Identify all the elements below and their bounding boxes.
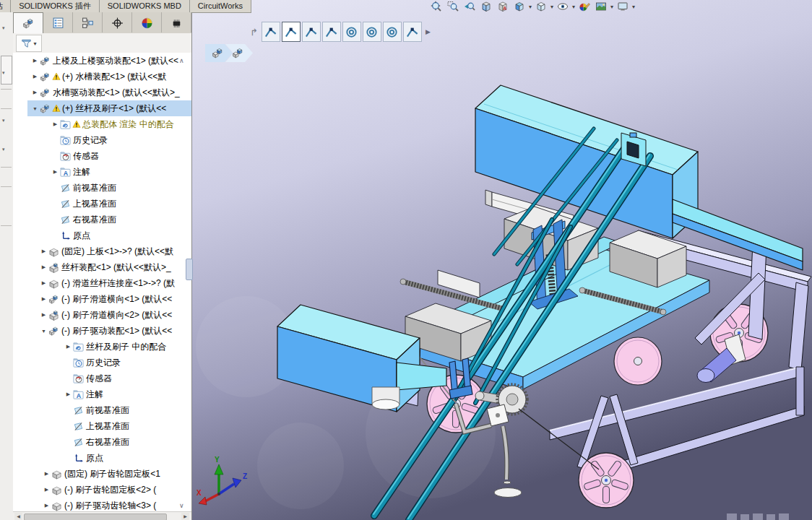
panel-tab-featuremanager[interactable] <box>13 12 43 34</box>
tree-row[interactable]: ▶(固定) 上板<1>->? (默认<<默 <box>13 243 191 259</box>
view-annotations-button[interactable] <box>496 1 510 13</box>
strip-caret[interactable]: ▾ <box>2 70 5 76</box>
tree-row[interactable]: 右视基准面 <box>13 434 191 450</box>
tree-row[interactable]: ▶(-) 刷子驱动齿轮轴<3> ( <box>13 498 191 512</box>
menu-tab-clipped[interactable]: 估 <box>0 0 11 12</box>
expand-arrow[interactable]: ▶ <box>30 74 40 79</box>
menu-tab-solidworks-mbd[interactable]: SOLIDWORKS MBD <box>100 0 190 12</box>
zoom-to-area-button[interactable] <box>446 1 460 13</box>
dropdown-caret[interactable]: ▾ <box>529 4 532 10</box>
tree-row[interactable]: ▶注解 <box>13 164 191 180</box>
hide-show-items-button[interactable] <box>556 1 570 13</box>
expand-arrow[interactable]: ▶ <box>39 296 48 302</box>
scroll-down-icon[interactable]: ∨ <box>179 502 184 509</box>
tree-row[interactable]: ▶丝杆及刷子 中的配合 <box>13 339 191 355</box>
panel-tab-displaymanager[interactable] <box>132 12 162 32</box>
panel-tab-propertymanager[interactable] <box>43 12 73 32</box>
tree-row[interactable]: ▶(+) 水槽装配<1> (默认<<默 <box>13 69 191 84</box>
edit-appearance-button[interactable] <box>577 1 592 13</box>
tree-row[interactable]: ▶(-) 刷子滑道横向<2> (默认<< <box>13 307 191 323</box>
concentric-mate-button[interactable] <box>342 22 361 42</box>
concentric-mate-button[interactable] <box>363 22 381 42</box>
scroll-right-icon[interactable]: ▶ <box>181 513 189 520</box>
coincident-mate-button[interactable] <box>282 22 301 42</box>
zoom-to-fit-button[interactable] <box>429 1 444 13</box>
filter-button[interactable]: ▾ <box>16 35 42 52</box>
expand-arrow[interactable]: ▶ <box>42 487 51 493</box>
expand-arrow[interactable]: ▶ <box>42 471 51 477</box>
tree-row-label: 丝杆装配<1> (默认<<默认>_ <box>61 261 171 274</box>
tree-row[interactable]: ▶注解 <box>13 386 191 402</box>
tree-row[interactable]: ▶上楼及上楼驱动装配<1> (默认<< <box>13 53 191 69</box>
tree-row[interactable]: ▼(+) 丝杆及刷子<1> (默认<< <box>13 100 191 116</box>
origin-icon <box>60 230 71 241</box>
view-settings-button[interactable] <box>616 1 630 13</box>
tree-row[interactable]: 原点 <box>13 450 191 466</box>
tree-row[interactable]: ▼(-) 刷子驱动装配<1> (默认<< <box>13 323 191 339</box>
tree-row[interactable]: ▶(-) 刷子滑道横向<1> (默认<< <box>13 291 191 307</box>
concentric-mate-button[interactable] <box>383 22 402 42</box>
tree-row[interactable]: 传感器 <box>13 370 191 386</box>
tree-row[interactable]: 传感器 <box>13 148 191 164</box>
expand-arrow[interactable]: ▶ <box>42 503 51 508</box>
tree-row[interactable]: ▶水槽驱动装配<1> (默认<<默认>_ <box>13 84 191 100</box>
tree-row[interactable]: 前视基准面 <box>13 180 191 196</box>
expand-arrow[interactable]: ▶ <box>51 169 60 175</box>
tree-row[interactable]: ▶(固定) 刷子齿轮固定板<1 <box>13 466 191 482</box>
jump-back-icon[interactable]: ↱ <box>250 27 258 38</box>
expand-arrow[interactable]: ▼ <box>30 106 40 111</box>
tree-row[interactable]: 历史记录 <box>13 132 191 148</box>
expand-arrow[interactable]: ▶ <box>64 391 73 397</box>
tree-row-label: (固定) 上板<1>->? (默认<<默 <box>61 246 173 258</box>
coincident-mate-button[interactable] <box>302 22 321 42</box>
graphics-area[interactable]: X Y Z ▾▾▾▾▾ ↱ ▶ <box>191 0 812 520</box>
horizontal-scrollbar[interactable]: ◀ ▶ <box>13 511 191 520</box>
expand-arrow[interactable]: ▼ <box>39 329 48 334</box>
concentric-mate-icon <box>345 25 358 39</box>
scroll-left-icon[interactable]: ◀ <box>14 513 22 520</box>
expand-arrow[interactable]: ▶ <box>30 58 40 64</box>
dropdown-caret[interactable]: ▾ <box>550 4 553 10</box>
menu-tab-solidworks-addins[interactable]: SOLIDWORKS 插件 <box>11 0 100 12</box>
coincident-mate-button[interactable] <box>262 22 280 42</box>
expand-arrow[interactable]: ▶ <box>64 344 73 350</box>
strip-caret[interactable]: ▾ <box>2 147 5 152</box>
menu-tab-circuitworks[interactable]: CircuitWorks <box>190 0 251 12</box>
tree-row[interactable]: 上视基准面 <box>13 196 191 212</box>
dropdown-caret[interactable]: ▾ <box>632 4 635 10</box>
expand-arrow[interactable]: ▶ <box>30 90 40 95</box>
expand-arrow[interactable]: ▶ <box>39 264 48 270</box>
apply-scene-button[interactable] <box>594 1 608 13</box>
tree-row[interactable]: ▶(-) 滑道丝杆连接座<1>->? (默 <box>13 275 191 291</box>
dropdown-caret[interactable]: ▾ <box>572 4 575 10</box>
toolbar-expand-icon[interactable]: ▶ <box>426 28 431 35</box>
tree-row[interactable]: 前视基准面 <box>13 402 191 418</box>
history-icon <box>73 358 84 368</box>
coincident-mate-button[interactable] <box>322 22 341 42</box>
tree-row[interactable]: ▶总装配体 渲染 中的配合 <box>13 116 191 132</box>
panel-splitter-handle[interactable] <box>186 259 193 280</box>
panel-tab-dimxpertmanager[interactable] <box>103 12 132 32</box>
section-view-button[interactable] <box>479 1 493 13</box>
expand-arrow[interactable]: ▶ <box>39 280 48 286</box>
view-orientation-button[interactable] <box>512 1 527 13</box>
display-style-button[interactable] <box>534 1 548 13</box>
panel-tab-configurationmanager[interactable] <box>73 12 103 32</box>
strip-caret[interactable]: ▾ <box>2 118 5 124</box>
tree-row[interactable]: ▶(-) 刷子齿轮固定板<2> ( <box>13 482 191 498</box>
tree-row[interactable]: 原点 <box>13 228 191 243</box>
scrollbar-thumb[interactable] <box>24 514 167 520</box>
expand-arrow[interactable]: ▶ <box>39 248 48 254</box>
tree-row[interactable]: 历史记录 <box>13 355 191 370</box>
tree-row[interactable]: ▶丝杆装配<1> (默认<<默认>_ <box>13 259 191 275</box>
dropdown-caret[interactable]: ▾ <box>610 4 613 10</box>
tree-row[interactable]: 右视基准面 <box>13 212 191 228</box>
panel-tab-circuitworks[interactable] <box>162 12 191 32</box>
strip-caret[interactable]: ▾ <box>2 25 5 31</box>
tree-row[interactable]: 上视基准面 <box>13 418 191 434</box>
previous-view-button[interactable] <box>462 1 477 13</box>
coincident-mate-button[interactable] <box>403 22 422 42</box>
scroll-up-icon[interactable]: ∧ <box>179 57 184 64</box>
expand-arrow[interactable]: ▶ <box>39 312 48 318</box>
expand-arrow[interactable]: ▶ <box>51 121 60 127</box>
